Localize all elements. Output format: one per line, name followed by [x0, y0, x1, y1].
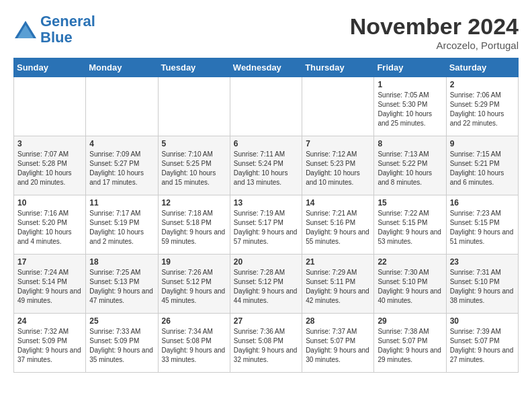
day-content: Sunrise: 7:21 AMSunset: 5:16 PMDaylight:…: [306, 209, 370, 246]
day-content: Sunrise: 7:30 AMSunset: 5:10 PMDaylight:…: [378, 268, 442, 306]
calendar-cell: 10Sunrise: 7:16 AMSunset: 5:20 PMDayligh…: [14, 195, 86, 255]
day-content: Sunrise: 7:15 AMSunset: 5:21 PMDaylight:…: [450, 150, 515, 187]
day-number: 5: [162, 139, 226, 148]
day-number: 2: [450, 80, 515, 89]
calendar-cell: 6Sunrise: 7:11 AMSunset: 5:24 PMDaylight…: [230, 136, 302, 195]
location: Arcozelo, Portugal: [350, 40, 519, 51]
month-title: November 2024: [350, 13, 519, 40]
day-number: 17: [17, 257, 82, 267]
weekday-header: Monday: [86, 58, 158, 77]
logo: General Blue: [13, 13, 95, 46]
calendar-cell: 21Sunrise: 7:29 AMSunset: 5:11 PMDayligh…: [302, 255, 374, 314]
day-content: Sunrise: 7:26 AMSunset: 5:12 PMDaylight:…: [162, 268, 226, 306]
day-content: Sunrise: 7:38 AMSunset: 5:07 PMDaylight:…: [378, 327, 442, 365]
calendar-cell: 22Sunrise: 7:30 AMSunset: 5:10 PMDayligh…: [374, 255, 446, 314]
day-content: Sunrise: 7:29 AMSunset: 5:11 PMDaylight:…: [306, 268, 370, 306]
day-content: Sunrise: 7:13 AMSunset: 5:22 PMDaylight:…: [378, 150, 442, 187]
day-content: Sunrise: 7:31 AMSunset: 5:10 PMDaylight:…: [450, 268, 515, 306]
calendar-cell: [230, 77, 302, 136]
day-content: Sunrise: 7:34 AMSunset: 5:08 PMDaylight:…: [162, 327, 226, 365]
logo-icon: [13, 19, 38, 40]
calendar-cell: 3Sunrise: 7:07 AMSunset: 5:28 PMDaylight…: [14, 136, 86, 195]
calendar-cell: 20Sunrise: 7:28 AMSunset: 5:12 PMDayligh…: [230, 255, 302, 314]
day-number: 24: [17, 316, 82, 326]
weekday-header-row: SundayMondayTuesdayWednesdayThursdayFrid…: [14, 58, 519, 77]
calendar-cell: [302, 77, 374, 136]
day-number: 16: [450, 198, 515, 208]
calendar-cell: 15Sunrise: 7:22 AMSunset: 5:15 PMDayligh…: [374, 195, 446, 255]
day-number: 22: [378, 257, 442, 267]
calendar-cell: 16Sunrise: 7:23 AMSunset: 5:15 PMDayligh…: [446, 195, 518, 255]
calendar-cell: 18Sunrise: 7:25 AMSunset: 5:13 PMDayligh…: [86, 255, 158, 314]
calendar-cell: 7Sunrise: 7:12 AMSunset: 5:23 PMDaylight…: [302, 136, 374, 195]
weekday-header: Saturday: [446, 58, 518, 77]
calendar-cell: 11Sunrise: 7:17 AMSunset: 5:19 PMDayligh…: [86, 195, 158, 255]
calendar-cell: 12Sunrise: 7:18 AMSunset: 5:18 PMDayligh…: [158, 195, 230, 255]
calendar-week-row: 24Sunrise: 7:32 AMSunset: 5:09 PMDayligh…: [14, 314, 519, 373]
page-header: General Blue November 2024 Arcozelo, Por…: [13, 13, 519, 51]
day-number: 9: [450, 139, 515, 148]
calendar-table: SundayMondayTuesdayWednesdayThursdayFrid…: [13, 58, 519, 373]
day-number: 15: [378, 198, 442, 208]
day-number: 20: [234, 257, 298, 267]
day-content: Sunrise: 7:18 AMSunset: 5:18 PMDaylight:…: [162, 209, 226, 246]
weekday-header: Thursday: [302, 58, 374, 77]
day-content: Sunrise: 7:06 AMSunset: 5:29 PMDaylight:…: [450, 91, 515, 128]
day-content: Sunrise: 7:19 AMSunset: 5:17 PMDaylight:…: [234, 209, 298, 246]
calendar-cell: 13Sunrise: 7:19 AMSunset: 5:17 PMDayligh…: [230, 195, 302, 255]
calendar-cell: 5Sunrise: 7:10 AMSunset: 5:25 PMDaylight…: [158, 136, 230, 195]
calendar-cell: 25Sunrise: 7:33 AMSunset: 5:09 PMDayligh…: [86, 314, 158, 373]
day-number: 21: [306, 257, 370, 267]
calendar-week-row: 1Sunrise: 7:05 AMSunset: 5:30 PMDaylight…: [14, 77, 519, 136]
weekday-header: Wednesday: [230, 58, 302, 77]
day-content: Sunrise: 7:32 AMSunset: 5:09 PMDaylight:…: [17, 327, 82, 365]
calendar-week-row: 17Sunrise: 7:24 AMSunset: 5:14 PMDayligh…: [14, 255, 519, 314]
calendar-cell: 30Sunrise: 7:39 AMSunset: 5:07 PMDayligh…: [446, 314, 518, 373]
day-number: 8: [378, 139, 442, 148]
day-content: Sunrise: 7:37 AMSunset: 5:07 PMDaylight:…: [306, 327, 370, 365]
day-content: Sunrise: 7:33 AMSunset: 5:09 PMDaylight:…: [89, 327, 154, 365]
calendar-cell: 26Sunrise: 7:34 AMSunset: 5:08 PMDayligh…: [158, 314, 230, 373]
day-content: Sunrise: 7:16 AMSunset: 5:20 PMDaylight:…: [17, 209, 82, 246]
calendar-cell: 29Sunrise: 7:38 AMSunset: 5:07 PMDayligh…: [374, 314, 446, 373]
title-block: November 2024 Arcozelo, Portugal: [350, 13, 519, 51]
weekday-header: Sunday: [14, 58, 86, 77]
day-content: Sunrise: 7:12 AMSunset: 5:23 PMDaylight:…: [306, 150, 370, 187]
weekday-header: Tuesday: [158, 58, 230, 77]
day-content: Sunrise: 7:07 AMSunset: 5:28 PMDaylight:…: [17, 150, 82, 187]
calendar-cell: [158, 77, 230, 136]
day-content: Sunrise: 7:23 AMSunset: 5:15 PMDaylight:…: [450, 209, 515, 246]
day-content: Sunrise: 7:28 AMSunset: 5:12 PMDaylight:…: [234, 268, 298, 306]
day-number: 19: [162, 257, 226, 267]
day-number: 1: [378, 80, 442, 89]
calendar-cell: 28Sunrise: 7:37 AMSunset: 5:07 PMDayligh…: [302, 314, 374, 373]
day-number: 14: [306, 198, 370, 208]
day-number: 27: [234, 316, 298, 326]
calendar-cell: 2Sunrise: 7:06 AMSunset: 5:29 PMDaylight…: [446, 77, 518, 136]
day-number: 25: [89, 316, 154, 326]
day-number: 11: [89, 198, 154, 208]
day-number: 13: [234, 198, 298, 208]
calendar-cell: 24Sunrise: 7:32 AMSunset: 5:09 PMDayligh…: [14, 314, 86, 373]
weekday-header: Friday: [374, 58, 446, 77]
calendar-week-row: 10Sunrise: 7:16 AMSunset: 5:20 PMDayligh…: [14, 195, 519, 255]
calendar-cell: 1Sunrise: 7:05 AMSunset: 5:30 PMDaylight…: [374, 77, 446, 136]
day-content: Sunrise: 7:09 AMSunset: 5:27 PMDaylight:…: [89, 150, 154, 187]
day-number: 6: [234, 139, 298, 148]
calendar-cell: 27Sunrise: 7:36 AMSunset: 5:08 PMDayligh…: [230, 314, 302, 373]
day-number: 3: [17, 139, 82, 148]
calendar-cell: 4Sunrise: 7:09 AMSunset: 5:27 PMDaylight…: [86, 136, 158, 195]
day-content: Sunrise: 7:17 AMSunset: 5:19 PMDaylight:…: [89, 209, 154, 246]
day-content: Sunrise: 7:05 AMSunset: 5:30 PMDaylight:…: [378, 91, 442, 128]
calendar-cell: [86, 77, 158, 136]
day-content: Sunrise: 7:39 AMSunset: 5:07 PMDaylight:…: [450, 327, 515, 365]
day-number: 12: [162, 198, 226, 208]
day-content: Sunrise: 7:22 AMSunset: 5:15 PMDaylight:…: [378, 209, 442, 246]
calendar-week-row: 3Sunrise: 7:07 AMSunset: 5:28 PMDaylight…: [14, 136, 519, 195]
logo-text: General Blue: [40, 13, 95, 46]
day-number: 23: [450, 257, 515, 267]
day-number: 30: [450, 316, 515, 326]
day-number: 29: [378, 316, 442, 326]
day-content: Sunrise: 7:36 AMSunset: 5:08 PMDaylight:…: [234, 327, 298, 365]
day-content: Sunrise: 7:10 AMSunset: 5:25 PMDaylight:…: [162, 150, 226, 187]
